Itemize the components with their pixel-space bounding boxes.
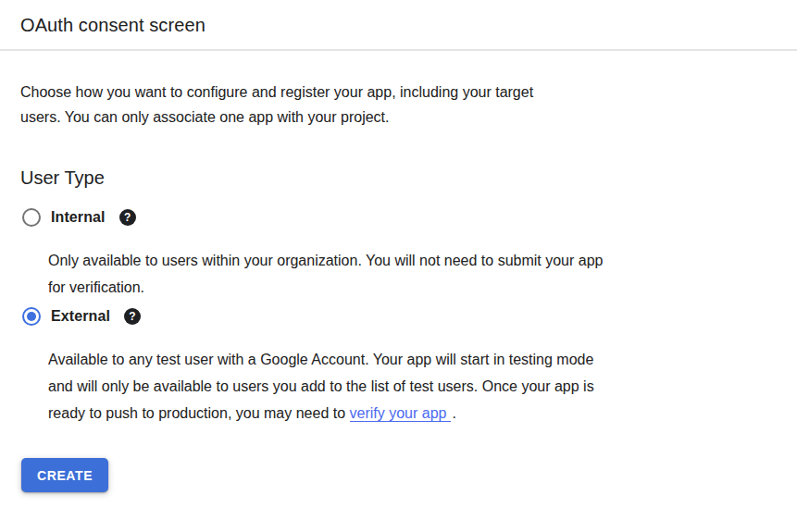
main-content: Choose how you want to configure and reg… xyxy=(0,80,797,492)
radio-external[interactable] xyxy=(22,307,41,326)
verify-your-app-link[interactable]: verify your app xyxy=(350,405,452,422)
external-description: Available to any test user with a Google… xyxy=(48,346,616,427)
help-icon[interactable]: ? xyxy=(124,308,141,325)
radio-label-external[interactable]: External xyxy=(51,308,110,325)
section-heading-user-type: User Type xyxy=(20,167,777,189)
page-header: OAuth consent screen xyxy=(0,0,797,51)
period-after-link: . xyxy=(452,405,455,421)
page-title: OAuth consent screen xyxy=(20,12,777,38)
external-description-text: Available to any test user with a Google… xyxy=(48,352,594,421)
radio-dot xyxy=(27,312,36,321)
radio-dot xyxy=(27,213,36,222)
radio-label-internal[interactable]: Internal xyxy=(51,209,106,226)
create-button[interactable]: CREATE xyxy=(21,458,108,492)
help-icon[interactable]: ? xyxy=(119,209,136,226)
intro-text: Choose how you want to configure and reg… xyxy=(20,80,576,130)
radio-option-external[interactable]: External ? xyxy=(20,307,141,326)
radio-option-internal[interactable]: Internal ? xyxy=(20,208,136,227)
internal-description: Only available to users within your orga… xyxy=(48,247,616,301)
radio-internal[interactable] xyxy=(22,208,41,227)
